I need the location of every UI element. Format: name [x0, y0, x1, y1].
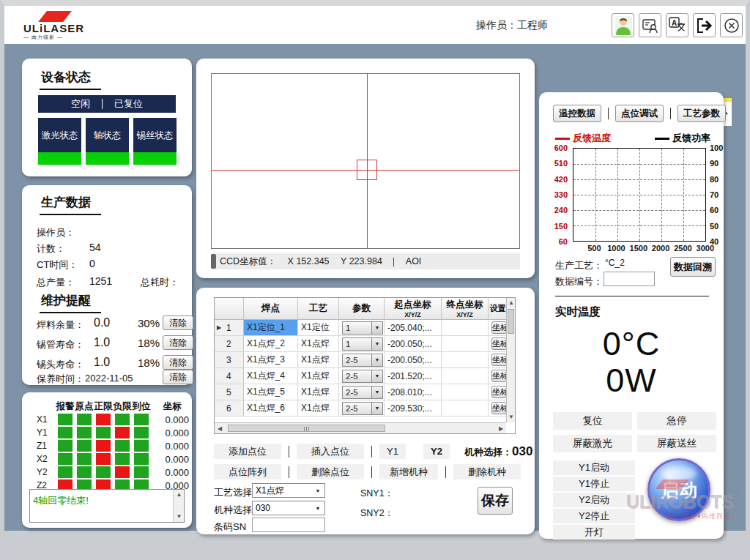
- scroll-left-icon[interactable]: ◀: [215, 423, 225, 434]
- laser-status-button[interactable]: 激光状态: [38, 118, 81, 165]
- wire-status-button[interactable]: 锡丝状态: [133, 118, 177, 165]
- param-dropdown[interactable]: 1▼: [342, 337, 383, 351]
- y2-button[interactable]: Y2: [423, 444, 450, 459]
- param-dropdown[interactable]: 2-5▼: [342, 370, 383, 383]
- avatar-button[interactable]: [612, 13, 634, 37]
- end-coord-cell[interactable]: [442, 368, 489, 384]
- scroll-up-icon[interactable]: ▲: [174, 490, 185, 500]
- coord-button[interactable]: 坐标: [491, 402, 507, 414]
- process-param-button[interactable]: 工艺参数: [677, 105, 726, 122]
- param-dropdown[interactable]: 2-5▼: [342, 386, 383, 399]
- scroll-up-icon[interactable]: ▲: [507, 298, 516, 308]
- coord-button[interactable]: 坐标: [491, 321, 507, 334]
- process-cell[interactable]: X1点焊: [298, 368, 339, 384]
- table-row[interactable]: 5X1点焊_5X1点焊2-5▼-208.010;...坐标: [215, 384, 515, 400]
- logout-button[interactable]: [693, 13, 716, 37]
- clear-button[interactable]: 清除: [163, 335, 193, 350]
- shield-wire-button[interactable]: 屏蔽送丝: [637, 435, 716, 452]
- model-select-dropdown[interactable]: 030 ▼: [252, 501, 325, 515]
- start-coord-cell[interactable]: -201.520;...: [385, 368, 442, 384]
- chevron-down-icon[interactable]: ▼: [371, 403, 382, 414]
- row-selector[interactable]: 3: [215, 352, 244, 368]
- row-selector[interactable]: 4: [215, 368, 244, 384]
- weld-name-cell[interactable]: X1点焊_4: [244, 368, 298, 384]
- save-button[interactable]: 保存: [478, 487, 513, 515]
- shield-laser-button[interactable]: 屏蔽激光: [553, 435, 632, 452]
- chevron-down-icon[interactable]: ▼: [371, 338, 382, 350]
- start-coord-cell[interactable]: -205.040;...: [385, 320, 442, 336]
- param-dropdown[interactable]: 1▼: [342, 321, 383, 335]
- weld-name-cell[interactable]: X1点焊_2: [244, 336, 298, 352]
- y1-button[interactable]: Y1: [379, 444, 406, 459]
- process-cell[interactable]: X1点焊: [298, 352, 339, 368]
- coord-button[interactable]: 坐标: [491, 386, 507, 398]
- data-number-input[interactable]: [604, 272, 655, 286]
- end-coord-cell[interactable]: [442, 352, 489, 368]
- process-cell[interactable]: X1定位: [298, 320, 339, 336]
- start-coord-cell[interactable]: -200.050;...: [385, 352, 442, 368]
- ccd-camera-view[interactable]: [211, 73, 520, 249]
- clear-button[interactable]: 清除: [163, 355, 193, 370]
- scroll-down-icon[interactable]: ▼: [507, 412, 516, 422]
- coord-button[interactable]: 坐标: [491, 354, 507, 366]
- weld-name-cell[interactable]: X1点焊_6: [244, 400, 298, 417]
- start-button[interactable]: 启动: [647, 458, 710, 521]
- language-button[interactable]: A: [666, 13, 688, 37]
- delete-point-button[interactable]: 删除点位: [297, 464, 364, 479]
- process-cell[interactable]: X1点焊: [298, 400, 339, 417]
- message-log-box[interactable]: 4轴回零结束! ▲ ▼: [29, 489, 185, 523]
- end-coord-cell[interactable]: [442, 336, 489, 352]
- axis-status-button[interactable]: 轴状态: [86, 118, 129, 165]
- process-cell[interactable]: X1点焊: [298, 384, 339, 400]
- vscroll-thumb[interactable]: [508, 309, 514, 334]
- delete-model-button[interactable]: 删除机种: [453, 464, 521, 479]
- process-select-dropdown[interactable]: X1点焊 ▼: [252, 483, 325, 498]
- chevron-down-icon[interactable]: ▼: [371, 387, 382, 398]
- chevron-down-icon[interactable]: ▼: [371, 322, 382, 334]
- row-selector[interactable]: 6: [215, 400, 244, 417]
- weld-name-cell[interactable]: X1点焊_3: [244, 352, 298, 368]
- table-row[interactable]: 6X1点焊_6X1点焊2-5▼-209.530;...坐标: [215, 400, 515, 417]
- message-scrollbar[interactable]: ▲ ▼: [173, 490, 184, 522]
- insert-point-button[interactable]: 插入点位: [297, 444, 364, 459]
- estop-button[interactable]: 急停: [637, 412, 716, 430]
- row-selector[interactable]: ▶1: [215, 320, 244, 336]
- clear-button[interactable]: 清除: [163, 370, 193, 384]
- end-coord-cell[interactable]: [442, 400, 489, 417]
- light-on-button[interactable]: 开灯: [553, 525, 635, 540]
- table-row[interactable]: 4X1点焊_4X1点焊2-5▼-201.520;...坐标: [215, 368, 515, 384]
- scroll-down-icon[interactable]: ▼: [174, 512, 185, 522]
- y2-start-button[interactable]: Y2启动: [553, 493, 635, 507]
- start-coord-cell[interactable]: -200.050;...: [385, 336, 442, 352]
- reset-button[interactable]: 复位: [553, 412, 632, 430]
- table-row[interactable]: 2X1点焊_2X1点焊1▼-200.050;...坐标: [215, 336, 515, 352]
- clear-button[interactable]: 清除: [163, 316, 193, 330]
- start-coord-cell[interactable]: -209.530;...: [385, 400, 442, 417]
- y2-stop-button[interactable]: Y2停止: [553, 509, 635, 523]
- temp-data-button[interactable]: 温控数据: [553, 105, 601, 122]
- y1-stop-button[interactable]: Y1停止: [553, 477, 635, 491]
- data-backtrack-button[interactable]: 数据回溯: [670, 257, 716, 277]
- user-manage-button[interactable]: [639, 13, 661, 37]
- row-selector[interactable]: 5: [215, 384, 244, 400]
- end-coord-cell[interactable]: [442, 384, 489, 400]
- point-array-button[interactable]: 点位阵列: [214, 464, 281, 479]
- point-debug-button[interactable]: 点位调试: [615, 105, 664, 122]
- table-row[interactable]: 3X1点焊_3X1点焊2-5▼-200.050;...坐标: [215, 352, 515, 368]
- barcode-sn-input[interactable]: [252, 518, 325, 532]
- table-hscrollbar[interactable]: ◀ ▶: [215, 422, 506, 433]
- table-vscrollbar[interactable]: ▲ ▼: [506, 298, 515, 422]
- close-button[interactable]: [720, 13, 743, 37]
- row-selector[interactable]: 2: [215, 336, 244, 352]
- process-cell[interactable]: X1点焊: [298, 336, 339, 352]
- table-row[interactable]: ▶1X1定位_1X1定位1▼-205.040;...坐标: [215, 320, 515, 336]
- add-point-button[interactable]: 添加点位: [214, 444, 281, 459]
- chevron-down-icon[interactable]: ▼: [371, 370, 382, 382]
- coord-button[interactable]: 坐标: [491, 370, 507, 382]
- coord-button[interactable]: 坐标: [491, 337, 507, 350]
- param-dropdown[interactable]: 2-5▼: [342, 354, 383, 367]
- chevron-down-icon[interactable]: ▼: [371, 354, 382, 366]
- add-model-button[interactable]: 新增机种: [379, 464, 438, 479]
- weld-name-cell[interactable]: X1定位_1: [244, 320, 298, 336]
- end-coord-cell[interactable]: [442, 320, 489, 336]
